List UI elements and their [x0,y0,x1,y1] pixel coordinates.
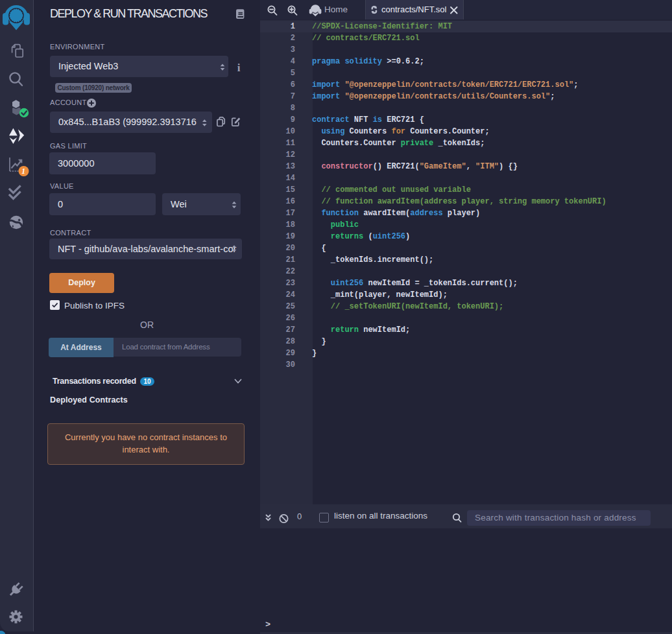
svg-text:1: 1 [21,167,25,175]
svg-text:i: i [237,62,241,74]
